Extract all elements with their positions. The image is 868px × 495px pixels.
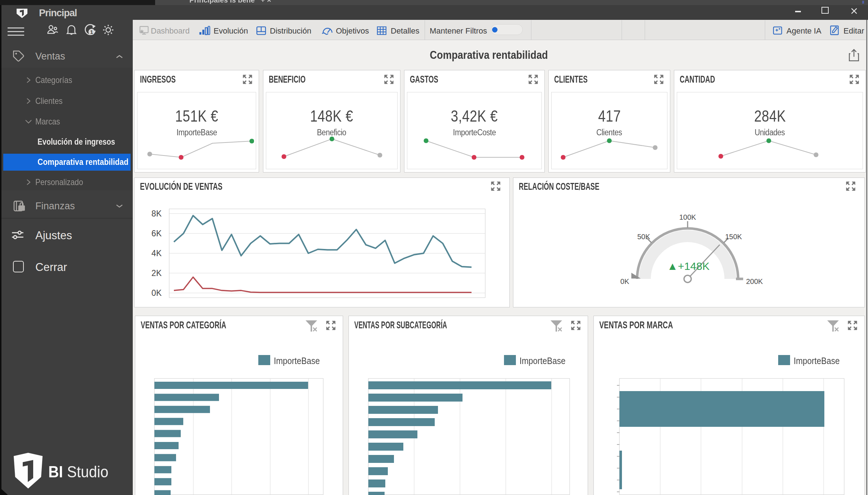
svg-text:0K: 0K bbox=[152, 288, 162, 298]
svg-text:150K: 150K bbox=[725, 233, 742, 241]
svg-text:6K: 6K bbox=[152, 229, 162, 238]
svg-text:50K: 50K bbox=[637, 233, 650, 241]
svg-text:8K: 8K bbox=[152, 209, 162, 218]
svg-text:100K: 100K bbox=[679, 213, 696, 221]
svg-text:▲+148K: ▲+148K bbox=[667, 260, 709, 272]
svg-text:1: 1 bbox=[90, 29, 93, 35]
svg-text:4K: 4K bbox=[152, 249, 162, 258]
svg-text:0K: 0K bbox=[621, 277, 630, 285]
svg-text:200K: 200K bbox=[746, 277, 763, 285]
svg-text:2K: 2K bbox=[152, 268, 162, 278]
